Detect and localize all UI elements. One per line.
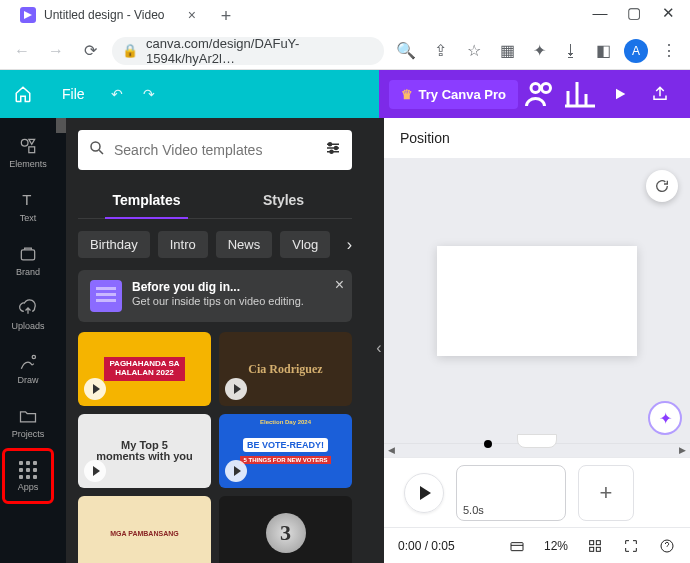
t1-line1: PAGHAHANDA SA xyxy=(109,359,179,368)
browser-tab[interactable]: Untitled design - Video × xyxy=(8,1,208,30)
svg-rect-4 xyxy=(29,146,35,152)
playhead-marker-icon[interactable] xyxy=(484,440,492,448)
nav-reload-button[interactable]: ⟳ xyxy=(78,39,102,63)
browser-menu-icon[interactable]: ⋮ xyxy=(658,41,680,60)
template-search[interactable] xyxy=(78,130,352,170)
tip-card[interactable]: Before you dig in... Get our inside tips… xyxy=(78,270,352,322)
address-bar[interactable]: 🔒 canva.com/design/DAFuY-1594k/hyAr2l… xyxy=(112,37,384,65)
svg-rect-12 xyxy=(511,542,523,550)
template-card[interactable]: My Top 5moments with you xyxy=(78,414,211,488)
download-icon[interactable]: ⭳ xyxy=(560,42,582,60)
video-frame[interactable] xyxy=(437,246,637,356)
extensions-puzzle-icon[interactable]: ✦ xyxy=(528,41,550,60)
extension-icon-1[interactable]: ▦ xyxy=(496,41,518,60)
rail-draw[interactable]: Draw xyxy=(4,342,52,394)
tip-subtitle: Get our inside tips on video editing. xyxy=(132,294,304,308)
svg-point-9 xyxy=(329,143,332,146)
search-icon xyxy=(88,139,106,161)
main-area: Elements T Text Brand Uploads Draw Proje… xyxy=(0,118,690,563)
tab-styles[interactable]: Styles xyxy=(215,182,352,218)
play-preview-icon[interactable] xyxy=(84,460,106,482)
canvas-stage[interactable]: ✦ xyxy=(384,158,690,443)
svg-text:T: T xyxy=(22,191,31,208)
play-preview-icon[interactable] xyxy=(84,378,106,400)
svg-rect-14 xyxy=(596,540,600,544)
new-tab-button[interactable]: + xyxy=(212,2,240,30)
add-page-button[interactable]: + xyxy=(578,465,634,521)
scroll-right-icon[interactable]: ▶ xyxy=(679,445,686,455)
chip-vlog[interactable]: Vlog xyxy=(280,231,330,258)
svg-point-1 xyxy=(531,84,540,93)
rail-elements[interactable]: Elements xyxy=(4,126,52,178)
magic-button[interactable]: ✦ xyxy=(648,401,682,435)
filters-icon[interactable] xyxy=(324,139,342,161)
search-input[interactable] xyxy=(114,142,316,158)
template-card[interactable]: PAGHAHANDA SAHALALAN 2022 xyxy=(78,332,211,406)
search-page-icon[interactable]: 🔍 xyxy=(394,39,418,63)
template-card[interactable]: Cia Rodriguez xyxy=(219,332,352,406)
maximize-icon[interactable]: ▢ xyxy=(626,4,642,22)
canvas-pane: Position ✦ ◀ ▶ 5.0s + 0:00 / 0:05 12% xyxy=(384,118,690,563)
present-play-button[interactable] xyxy=(602,76,638,112)
notes-icon[interactable] xyxy=(508,537,526,555)
panel-scrollbar[interactable] xyxy=(56,118,66,563)
position-button[interactable]: Position xyxy=(400,130,450,146)
fullscreen-icon[interactable] xyxy=(622,537,640,555)
home-button[interactable] xyxy=(0,70,46,118)
sidepanel-icon[interactable]: ◧ xyxy=(592,41,614,60)
undo-button[interactable]: ↶ xyxy=(101,70,133,118)
play-preview-icon[interactable] xyxy=(225,460,247,482)
chip-news[interactable]: News xyxy=(216,231,273,258)
share-url-icon[interactable]: ⇪ xyxy=(428,39,452,63)
timeline-play-button[interactable] xyxy=(404,473,444,513)
canva-favicon xyxy=(20,7,36,23)
chip-birthday[interactable]: Birthday xyxy=(78,231,150,258)
rail-uploads[interactable]: Uploads xyxy=(4,288,52,340)
t1-line2: HALALAN 2022 xyxy=(115,368,174,377)
t4-sub: 5 THINGS FOR NEW VOTERS xyxy=(240,456,330,464)
nav-back-button[interactable]: ← xyxy=(10,39,34,63)
scroll-left-icon[interactable]: ◀ xyxy=(388,445,395,455)
redo-button[interactable]: ↷ xyxy=(133,70,165,118)
tab-templates[interactable]: Templates xyxy=(78,182,215,218)
t3-line2: moments with you xyxy=(96,450,193,462)
t4-top: Election Day 2024 xyxy=(260,419,311,425)
close-window-icon[interactable]: ✕ xyxy=(660,4,676,22)
bookmark-icon[interactable]: ☆ xyxy=(462,39,486,63)
chips-scroll-right-icon[interactable]: › xyxy=(347,236,352,254)
canva-top-bar: File ↶ ↷ ♛ Try Canva Pro xyxy=(0,70,690,118)
zoom-level[interactable]: 12% xyxy=(544,539,568,553)
rail-brand[interactable]: Brand xyxy=(4,234,52,286)
grid-view-icon[interactable] xyxy=(586,537,604,555)
svg-point-11 xyxy=(330,150,333,153)
file-menu[interactable]: File xyxy=(46,70,101,118)
help-icon[interactable] xyxy=(658,537,676,555)
nav-forward-button[interactable]: → xyxy=(44,39,68,63)
chip-intro[interactable]: Intro xyxy=(158,231,208,258)
profile-avatar[interactable]: A xyxy=(624,39,648,63)
tip-dismiss-icon[interactable]: × xyxy=(335,276,344,294)
scroll-notch-icon[interactable] xyxy=(517,434,557,448)
try-canva-pro-button[interactable]: ♛ Try Canva Pro xyxy=(389,80,518,109)
rotate-button[interactable] xyxy=(646,170,678,202)
panel-collapse-grip[interactable]: ‹ xyxy=(366,118,384,563)
window-titlebar: Untitled design - Video × + — ▢ ✕ xyxy=(0,0,690,32)
canvas-horizontal-scroll[interactable]: ◀ ▶ xyxy=(384,443,690,457)
template-card[interactable]: Election Day 2024 BE VOTE-READY! 5 THING… xyxy=(219,414,352,488)
rail-projects[interactable]: Projects xyxy=(4,396,52,448)
play-preview-icon[interactable] xyxy=(225,378,247,400)
timeline-clip[interactable]: 5.0s xyxy=(456,465,566,521)
t5-line1: MGA PAMBANSANG xyxy=(110,530,178,537)
t2-text: Cia Rodriguez xyxy=(248,362,322,377)
analytics-icon[interactable] xyxy=(562,76,598,112)
tab-close-icon[interactable]: × xyxy=(188,7,196,23)
minimize-icon[interactable]: — xyxy=(592,4,608,22)
template-card[interactable]: MGA PAMBANSANG xyxy=(78,496,211,563)
share-button[interactable] xyxy=(642,76,678,112)
tip-thumbnail-icon xyxy=(90,280,122,312)
rail-apps[interactable]: Apps xyxy=(4,450,52,502)
collaborators-icon[interactable] xyxy=(522,76,558,112)
left-nav-rail: Elements T Text Brand Uploads Draw Proje… xyxy=(0,118,56,563)
rail-text[interactable]: T Text xyxy=(4,180,52,232)
template-card[interactable]: 3 xyxy=(219,496,352,563)
